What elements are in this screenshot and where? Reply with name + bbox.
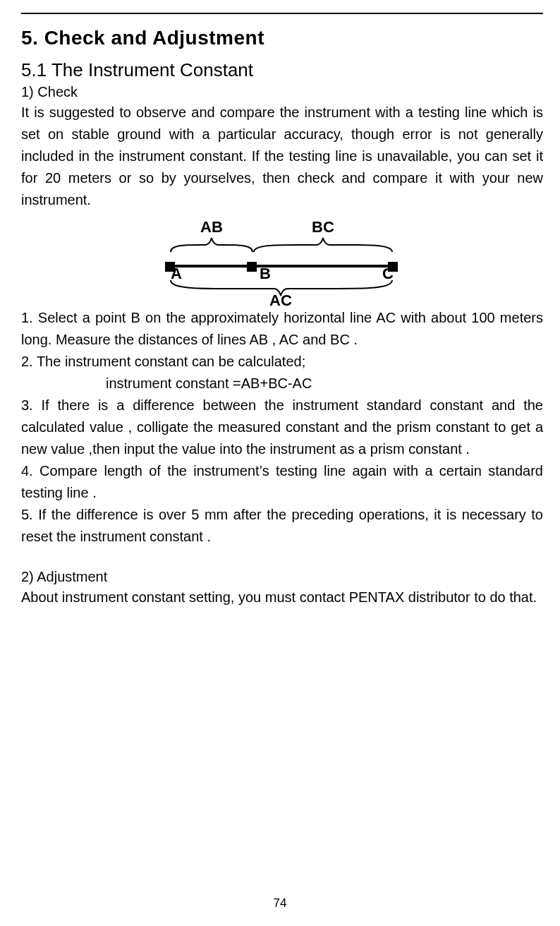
paragraph-intro: It is suggested to observe and compare t… <box>21 102 543 211</box>
diagram-label-c: C <box>382 265 394 282</box>
paragraph-step3: 3. If there is a difference between the … <box>21 395 543 460</box>
diagram-label-a: A <box>171 265 182 282</box>
top-horizontal-rule <box>21 13 543 14</box>
paragraph-step5: 5. If the difference is over 5 mm after … <box>21 504 543 548</box>
diagram-label-ac: AC <box>269 291 292 306</box>
diagram-label-ab: AB <box>200 218 223 236</box>
subheading-check: 1) Check <box>21 84 543 100</box>
diagram-line-abc: AB BC A B C AC <box>155 217 409 306</box>
paragraph-step2: 2. The instrument constant can be calcul… <box>21 351 543 373</box>
paragraph-step1: 1. Select a point B on the approximately… <box>21 307 543 351</box>
paragraph-step4: 4. Compare length of the instrument’s te… <box>21 460 543 504</box>
svg-rect-2 <box>247 262 257 272</box>
diagram-label-b: B <box>260 265 271 282</box>
heading-section: 5.1 The Instrument Constant <box>21 59 543 81</box>
formula-constant: instrument constant =AB+BC-AC <box>106 373 543 395</box>
page-number: 74 <box>0 896 560 910</box>
heading-chapter: 5. Check and Adjustment <box>21 27 543 49</box>
paragraph-adjustment: About instrument constant setting, you m… <box>21 587 543 608</box>
subheading-adjustment: 2) Adjustment <box>21 569 543 585</box>
diagram-label-bc: BC <box>312 218 334 236</box>
